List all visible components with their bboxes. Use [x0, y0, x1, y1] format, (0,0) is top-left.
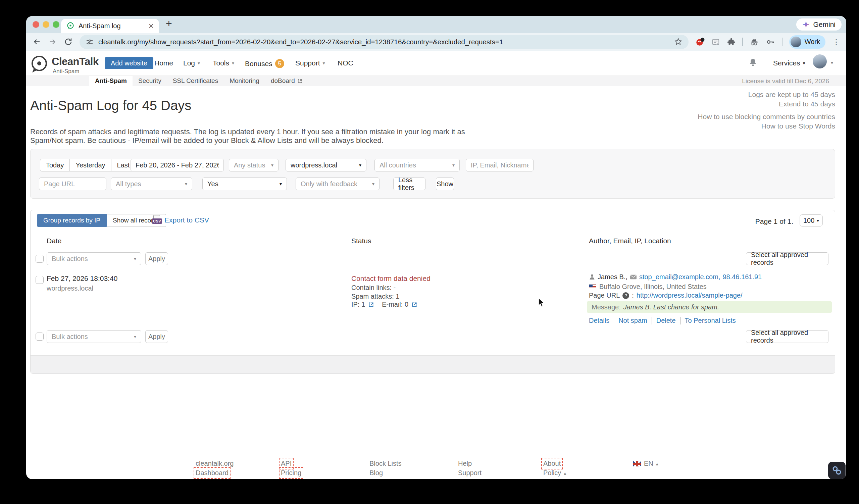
footer-about-link[interactable]: About — [543, 460, 561, 468]
feedback-select[interactable]: Only with feedback ▾ — [296, 178, 379, 190]
traffic-light-close[interactable] — [32, 21, 39, 28]
profile-button[interactable]: Work — [789, 35, 826, 49]
site-settings-icon[interactable] — [86, 38, 94, 46]
less-filters-button[interactable]: Less filters — [393, 178, 425, 190]
record-page-url-link[interactable]: http://wordpress.local/sample-page/ — [636, 292, 742, 299]
subnav-monitoring[interactable]: Monitoring — [224, 76, 265, 86]
link-widget-button[interactable] — [828, 462, 846, 479]
traffic-light-minimize[interactable] — [43, 21, 49, 28]
chevron-down-icon[interactable]: ▾ — [831, 60, 833, 65]
nav-home[interactable]: Home — [154, 59, 173, 67]
bulk-select-checkbox[interactable] — [35, 255, 44, 263]
footer-pricing-link[interactable]: Pricing — [281, 469, 301, 477]
subnav-ssl-certificates[interactable]: SSL Certificates — [167, 76, 224, 86]
browser-menu-icon[interactable]: ⋮ — [832, 37, 840, 47]
profile-avatar — [790, 36, 801, 47]
howto-stopwords-link[interactable]: How to use Stop Words — [762, 122, 835, 130]
website-select[interactable]: wordpress.local ▾ — [286, 159, 366, 171]
reload-icon[interactable] — [64, 37, 73, 46]
chevron-down-icon: ▾ — [198, 61, 200, 65]
footer-support-link[interactable]: Support — [458, 469, 482, 477]
export-csv-link[interactable]: CSV Export to CSV — [152, 215, 209, 225]
traffic-light-zoom[interactable] — [53, 21, 59, 28]
back-icon[interactable] — [32, 37, 41, 46]
page-description-line1: Records of spam attacks and legitimate r… — [30, 127, 465, 136]
gemini-button[interactable]: Gemini — [796, 18, 842, 31]
status-select[interactable]: Any status ▾ — [229, 159, 278, 171]
footer-dashboard-link[interactable]: Dashboard — [196, 469, 228, 477]
adblock-extension-icon[interactable] — [695, 37, 705, 47]
subnav-doboard[interactable]: doBoard — [265, 76, 308, 86]
page-url-input[interactable] — [39, 178, 106, 190]
extend-logs-link[interactable]: Extend to 45 days — [779, 100, 835, 108]
record-date: Feb 27, 2026 18:03:40 — [47, 274, 118, 282]
delete-link[interactable]: Delete — [652, 317, 680, 324]
nav-support[interactable]: Support ▾ — [295, 59, 325, 67]
nav-bonuses[interactable]: Bonuses 5 — [245, 59, 284, 68]
record-checkbox[interactable] — [35, 276, 44, 284]
chevron-up-icon: ▴ — [564, 471, 566, 475]
bookmark-star-icon[interactable] — [674, 37, 682, 46]
subnav-anti-spam[interactable]: Anti-Spam — [89, 76, 133, 86]
subnav-security[interactable]: Security — [133, 76, 167, 86]
footer-help-link[interactable]: Help — [458, 460, 472, 468]
footer-blog-link[interactable]: Blog — [370, 469, 383, 477]
services-menu[interactable]: Services ▾ — [773, 59, 805, 67]
external-link-icon[interactable] — [411, 302, 418, 308]
select-all-approved-button[interactable]: Select all approved records — [746, 330, 828, 343]
record-email-link[interactable]: stop_email@example.com, — [639, 273, 720, 281]
show-button[interactable]: Show — [436, 178, 454, 190]
new-tab-button[interactable]: + — [166, 17, 172, 30]
footer-api-link[interactable]: API — [281, 460, 291, 468]
brand-title[interactable]: CleanTalk — [52, 56, 99, 68]
date-range-input[interactable] — [131, 159, 224, 171]
bulk-actions-select[interactable]: Bulk actions ▾ — [47, 330, 141, 343]
user-avatar[interactable] — [813, 55, 827, 68]
browser-tab[interactable]: Anti-Spam log × — [61, 19, 159, 33]
footer-cleantalk-link[interactable]: cleantalk.org — [196, 460, 233, 468]
details-link[interactable]: Details — [589, 317, 614, 324]
yesterday-button[interactable]: Yesterday — [70, 159, 111, 171]
bulk-select-checkbox[interactable] — [35, 333, 44, 340]
nav-log[interactable]: Log ▾ — [183, 59, 200, 67]
record-contain-links: Contain links: - — [351, 284, 396, 292]
chevron-up-icon: ▴ — [656, 461, 658, 466]
record-ip-link[interactable]: 98.46.161.91 — [722, 273, 762, 281]
apply-button[interactable]: Apply — [145, 252, 168, 265]
bulk-actions-select[interactable]: Bulk actions ▾ — [47, 252, 141, 265]
select-all-approved-button[interactable]: Select all approved records — [746, 252, 828, 265]
cleantalk-logo-icon[interactable] — [30, 55, 49, 76]
help-icon[interactable]: ? — [622, 292, 629, 299]
per-page-select[interactable]: 100 ▾ — [800, 214, 823, 227]
tab-title: Anti-Spam log — [78, 22, 145, 30]
notes-extension-icon[interactable] — [711, 37, 720, 46]
forward-icon[interactable] — [48, 37, 57, 46]
howto-blocking-link[interactable]: How to use blocking comments by countrie… — [698, 113, 835, 121]
password-key-icon[interactable] — [766, 37, 775, 47]
search-input[interactable] — [466, 159, 533, 171]
tab-close-icon[interactable]: × — [149, 21, 154, 30]
footer-policy-link[interactable]: Policy ▴ — [543, 469, 566, 477]
group-by-ip-button[interactable]: Group records by IP — [37, 214, 107, 227]
chevron-down-icon: ▾ — [803, 61, 805, 65]
footer-block-lists-link[interactable]: Block Lists — [370, 460, 402, 468]
nav-tools[interactable]: Tools ▾ — [213, 59, 234, 67]
url-bar[interactable]: cleantalk.org/my/show_requests?start_fro… — [79, 35, 689, 49]
language-selector[interactable]: EN ▴ — [633, 460, 658, 468]
record-actions: Details Not spam Delete To Personal List… — [589, 317, 740, 324]
not-spam-link[interactable]: Not spam — [614, 317, 652, 324]
column-header-date: Date — [47, 237, 61, 245]
extensions-puzzle-icon[interactable] — [727, 37, 736, 46]
add-website-button[interactable]: Add website — [105, 57, 153, 69]
external-link-icon[interactable] — [368, 302, 374, 308]
spam-only-select[interactable]: Yes ▾ — [202, 178, 287, 190]
to-personal-lists-link[interactable]: To Personal Lists — [680, 317, 740, 324]
nav-noc[interactable]: NOC — [337, 59, 353, 67]
country-select[interactable]: All countries ▾ — [375, 159, 460, 171]
type-select[interactable]: All types ▾ — [111, 178, 192, 190]
incognito-extension-icon[interactable] — [750, 37, 759, 47]
apply-button[interactable]: Apply — [145, 330, 168, 343]
notifications-bell-icon[interactable] — [748, 58, 758, 67]
today-button[interactable]: Today — [40, 159, 70, 171]
record-ip-count: IP: 1 — [351, 301, 365, 308]
